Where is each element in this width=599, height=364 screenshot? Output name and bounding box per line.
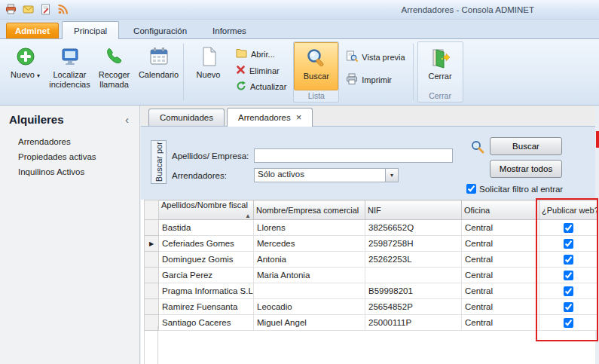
row-selector[interactable] xyxy=(145,299,159,315)
cell-nif[interactable]: B59998201 xyxy=(365,283,462,299)
row-selector[interactable] xyxy=(145,268,159,283)
search-icon xyxy=(470,139,485,156)
vista-previa-button[interactable]: Vista previa xyxy=(342,49,408,66)
cell-publicar[interactable] xyxy=(539,268,597,283)
calendario-button[interactable]: Calendario xyxy=(136,41,181,103)
cell-comercial[interactable]: Antonia xyxy=(254,252,365,268)
cell-publicar[interactable] xyxy=(539,283,597,299)
cell-publicar[interactable] xyxy=(539,236,597,252)
tab-informes[interactable]: Informes xyxy=(201,23,258,38)
cell-fiscal[interactable]: Santiago Caceres xyxy=(159,315,254,331)
table-row[interactable]: Pragma Informatica S.L.B59998201Central xyxy=(145,283,597,299)
cell-comercial[interactable]: Llorens xyxy=(254,220,365,236)
feed-icon[interactable] xyxy=(57,4,69,16)
tab-configuracion[interactable]: Configuración xyxy=(122,23,198,38)
apellidos-label: Apellidos/ Empresa: xyxy=(172,151,249,161)
cell-comercial[interactable]: Leocadio xyxy=(254,299,365,315)
actualizar-button[interactable]: Actualizar xyxy=(232,79,290,94)
printer-icon[interactable] xyxy=(5,4,17,16)
cell-nif[interactable]: 25987258H xyxy=(365,236,462,252)
delete-icon xyxy=(236,65,246,76)
collapse-icon[interactable]: ‹ xyxy=(122,113,132,126)
row-selector[interactable] xyxy=(145,283,159,299)
cell-nif[interactable]: 25262253L xyxy=(365,252,462,268)
column-header-fiscal[interactable]: Apellidos/Nombre fiscal▲ xyxy=(159,200,254,220)
cell-comercial[interactable] xyxy=(254,283,365,299)
cell-oficina[interactable]: Central xyxy=(462,315,539,331)
cell-nif[interactable] xyxy=(365,268,462,283)
solicitar-filtro-checkbox[interactable] xyxy=(466,184,476,194)
document-tab-bar: Comunidades Arrendadores × xyxy=(141,106,595,127)
mail-icon[interactable] xyxy=(22,4,34,16)
abrir-button[interactable]: Abrir... xyxy=(232,46,290,62)
close-icon[interactable]: × xyxy=(296,114,302,121)
doc-tab-comunidades[interactable]: Comunidades xyxy=(148,109,225,126)
nuevo-registro-button[interactable]: Nuevo xyxy=(186,41,231,103)
cell-oficina[interactable]: Central xyxy=(462,252,539,268)
publicar-web-checkbox[interactable] xyxy=(564,318,573,328)
table-row[interactable]: Dominguez GomisAntonia25262253LCentral xyxy=(145,252,597,268)
publicar-web-checkbox[interactable] xyxy=(564,286,573,296)
recoger-llamada-button[interactable]: Recoger llamada xyxy=(92,41,136,103)
cell-nif[interactable]: 25000111P xyxy=(365,315,462,331)
apellidos-input[interactable] xyxy=(254,148,453,163)
localizar-incidencias-button[interactable]: Localizar incidencias xyxy=(47,41,92,103)
doc-tab-arrendadores[interactable]: Arrendadores × xyxy=(227,108,313,127)
table-row[interactable]: BastidaLlorens38256652QCentral xyxy=(145,220,597,236)
cell-fiscal[interactable]: Garcia Perez xyxy=(159,268,254,283)
column-header-oficina[interactable]: Oficina xyxy=(462,200,539,220)
publicar-web-checkbox[interactable] xyxy=(564,239,573,249)
cell-publicar[interactable] xyxy=(539,220,597,236)
cell-publicar[interactable] xyxy=(539,299,597,315)
print-small-buttons: Vista previa Imprimir xyxy=(341,41,410,103)
cell-comercial[interactable]: Maria Antonia xyxy=(254,268,365,283)
cell-fiscal[interactable]: Ramirez Fuensanta xyxy=(159,299,254,315)
report-icon[interactable] xyxy=(39,4,51,16)
cell-comercial[interactable]: Mercedes xyxy=(254,236,365,252)
cell-fiscal[interactable]: Pragma Informatica S.L. xyxy=(159,283,254,299)
cell-publicar[interactable] xyxy=(539,252,597,268)
tab-principal[interactable]: Principal xyxy=(62,21,119,39)
cell-oficina[interactable]: Central xyxy=(462,236,539,252)
mostrar-todos-button[interactable]: Mostrar todos xyxy=(490,160,562,178)
sidebar-item-inquilinos-activos[interactable]: Inquilinos Activos xyxy=(0,164,139,179)
table-row[interactable]: Ramirez FuensantaLeocadio25654852PCentra… xyxy=(145,299,597,315)
table-row[interactable]: ▶Ceferiades GomesMercedes25987258HCentra… xyxy=(145,236,597,252)
app-button-adminet[interactable]: Adminet xyxy=(6,23,59,38)
publicar-web-checkbox[interactable] xyxy=(564,255,573,265)
column-header-nif[interactable]: NIF xyxy=(365,200,462,220)
buscar-button[interactable]: Buscar xyxy=(294,42,338,90)
cell-oficina[interactable]: Central xyxy=(462,268,539,283)
column-header-publicar[interactable]: ¿Publicar web? xyxy=(539,200,597,220)
open-folder-icon xyxy=(236,47,247,60)
cell-oficina[interactable]: Central xyxy=(462,299,539,315)
table-row[interactable]: Garcia PerezMaria AntoniaCentral xyxy=(145,268,597,283)
arrendadores-select[interactable]: Sólo activos ▾ xyxy=(254,168,399,182)
row-selector[interactable] xyxy=(145,220,159,236)
cell-fiscal[interactable]: Dominguez Gomis xyxy=(159,252,254,268)
search-icon xyxy=(305,47,328,69)
cell-publicar[interactable] xyxy=(539,315,597,331)
imprimir-button[interactable]: Imprimir xyxy=(342,72,408,88)
cell-oficina[interactable]: Central xyxy=(462,283,539,299)
column-header-comercial[interactable]: Nombre/Empresa comercial xyxy=(254,200,365,220)
publicar-web-checkbox[interactable] xyxy=(564,302,573,312)
cell-fiscal[interactable]: Ceferiades Gomes xyxy=(159,236,254,252)
dropdown-arrow-icon[interactable]: ▾ xyxy=(385,169,398,182)
sidebar-item-arrendadores[interactable]: Arrendadores xyxy=(0,134,139,149)
table-row[interactable]: Santiago CaceresMiguel Angel25000111PCen… xyxy=(145,315,597,331)
cell-comercial[interactable]: Miguel Angel xyxy=(254,315,365,331)
cell-oficina[interactable]: Central xyxy=(462,220,539,236)
publicar-web-checkbox[interactable] xyxy=(564,271,573,280)
cell-nif[interactable]: 25654852P xyxy=(365,299,462,315)
publicar-web-checkbox[interactable] xyxy=(564,223,573,233)
sidebar-item-propiedades-activas[interactable]: Propiedades activas xyxy=(0,149,139,164)
eliminar-button[interactable]: Eliminar xyxy=(232,63,290,78)
cell-fiscal[interactable]: Bastida xyxy=(159,220,254,236)
buscar-filter-button[interactable]: Buscar xyxy=(490,137,562,155)
row-selector[interactable] xyxy=(145,252,159,268)
cerrar-button[interactable]: Cerrar xyxy=(418,42,463,90)
nuevo-button[interactable]: Nuevo▾ xyxy=(3,41,47,103)
row-selector[interactable]: ▶ xyxy=(145,236,159,252)
cell-nif[interactable]: 38256652Q xyxy=(365,220,462,236)
